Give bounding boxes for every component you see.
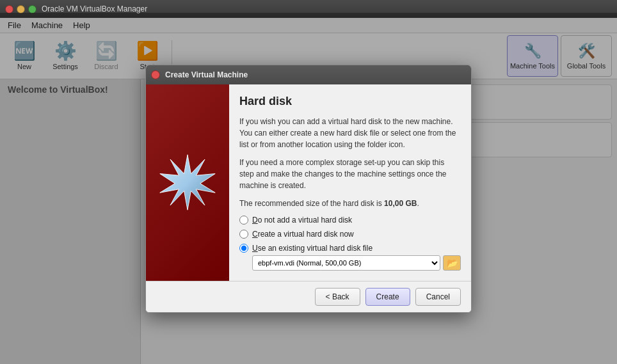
dialog-para-1: If you wish you can add a virtual hard d…	[239, 116, 461, 150]
back-button[interactable]: < Back	[315, 288, 360, 306]
no-disk-radio[interactable]	[239, 216, 248, 225]
disk-options-group: Do not add a virtual hard disk Create a …	[239, 216, 461, 253]
existing-disk-radio[interactable]	[239, 244, 248, 253]
dialog-content: Hard disk If you wish you can add a virt…	[229, 84, 471, 281]
dialog-body: Hard disk If you wish you can add a virt…	[146, 84, 471, 281]
disk-dropdown[interactable]: ebpf-vm.vdi (Normal, 500,00 GB)	[252, 255, 440, 271]
folder-button[interactable]: 📂	[443, 255, 461, 271]
option-existing-disk[interactable]: Use an existing virtual hard disk file	[239, 244, 461, 253]
star-shape	[159, 154, 216, 211]
dialog-titlebar: Create Virtual Machine	[146, 65, 471, 84]
dialog-image-panel	[146, 84, 229, 281]
disk-selector-row: ebpf-vm.vdi (Normal, 500,00 GB) 📂	[252, 255, 461, 271]
create-disk-radio[interactable]	[239, 230, 248, 239]
dialog-footer: < Back Create Cancel	[146, 281, 471, 312]
svg-marker-0	[160, 155, 215, 210]
dialog-para-3: The recommended size of the hard disk is…	[239, 198, 461, 209]
existing-disk-label: Use an existing virtual hard disk file	[252, 244, 373, 253]
option-create-disk[interactable]: Create a virtual hard disk now	[239, 230, 461, 239]
create-vm-dialog: Create Virtual Machine	[145, 65, 472, 313]
cancel-button[interactable]: Cancel	[415, 288, 461, 306]
dialog-heading: Hard disk	[239, 95, 461, 108]
create-disk-label: Create a virtual hard disk now	[252, 230, 354, 239]
close-btn[interactable]	[5, 5, 13, 13]
dialog-title: Create Virtual Machine	[165, 70, 248, 79]
window-controls	[5, 5, 36, 13]
option-no-disk[interactable]: Do not add a virtual hard disk	[239, 216, 461, 225]
no-disk-label: Do not add a virtual hard disk	[252, 216, 352, 225]
dialog-para-2: If you need a more complex storage set-u…	[239, 157, 461, 191]
main-area: Welcome to VirtualBox! 🖥️ hine 📁 makend …	[0, 79, 617, 364]
dialog-close-button[interactable]	[151, 70, 160, 79]
modal-overlay: Create Virtual Machine	[0, 13, 617, 364]
minimize-btn[interactable]	[17, 5, 25, 13]
maximize-btn[interactable]	[28, 5, 36, 13]
app-title: Oracle VM VirtualBox Manager	[42, 4, 147, 13]
create-button[interactable]: Create	[365, 288, 410, 306]
